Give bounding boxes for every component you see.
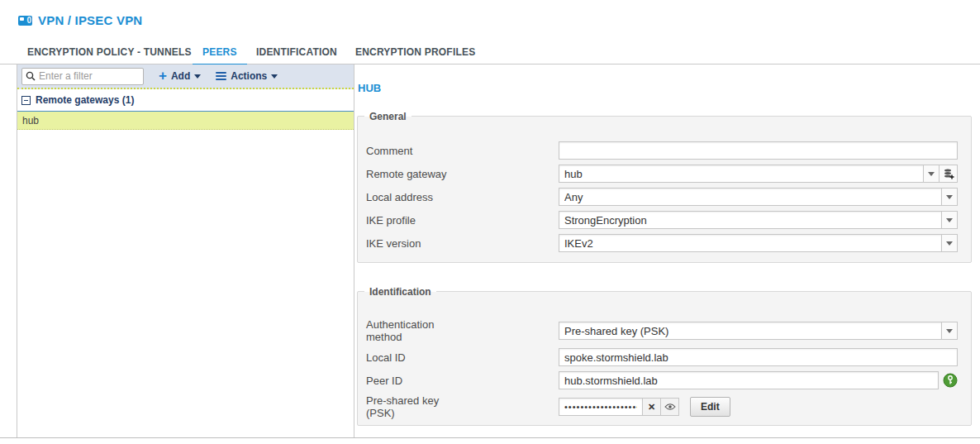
auth-method-combo xyxy=(559,322,958,340)
auth-method-row: Authentication method xyxy=(366,318,958,343)
chevron-down-icon xyxy=(946,241,953,246)
tab-encryption-policy-tunnels[interactable]: ENCRYPTION POLICY - TUNNELS xyxy=(27,46,192,64)
chevron-down-icon xyxy=(194,74,201,79)
remote-gateway-combo xyxy=(559,165,958,183)
tab-peers[interactable]: PEERS xyxy=(202,46,237,64)
psk-edit-button[interactable]: Edit xyxy=(690,397,730,417)
comment-row: Comment xyxy=(366,141,958,160)
local-address-label: Local address xyxy=(366,191,559,203)
object-stack-add-icon xyxy=(943,168,954,179)
add-button[interactable]: + Add xyxy=(159,70,201,82)
key-status-icon[interactable] xyxy=(943,373,958,388)
psk-clear-button[interactable]: ✕ xyxy=(643,398,661,416)
ike-profile-row: IKE profile xyxy=(366,211,958,229)
tree-item-hub[interactable]: hub xyxy=(17,112,354,130)
remote-gateway-row: Remote gateway xyxy=(366,165,958,183)
auth-method-input[interactable] xyxy=(559,322,941,340)
comment-label: Comment xyxy=(366,145,559,157)
vpn-module-icon xyxy=(18,16,32,26)
create-object-button[interactable] xyxy=(940,165,958,183)
local-id-label: Local ID xyxy=(366,351,559,364)
menu-icon xyxy=(216,70,226,82)
peer-id-label: Peer ID xyxy=(366,375,559,387)
ike-profile-combo xyxy=(559,211,958,229)
actions-button-label: Actions xyxy=(231,70,267,82)
chevron-down-icon xyxy=(271,74,278,79)
local-address-combo xyxy=(559,188,958,206)
ike-version-label: IKE version xyxy=(366,237,559,250)
eye-icon xyxy=(664,403,676,411)
psk-label: Pre-shared key (PSK) xyxy=(366,394,559,419)
ike-profile-dropdown-button[interactable] xyxy=(941,211,958,229)
chevron-down-icon xyxy=(928,172,935,176)
local-address-dropdown-button[interactable] xyxy=(941,188,958,206)
remote-gateway-dropdown-button[interactable] xyxy=(923,165,940,183)
tree-group-remote-gateways[interactable]: Remote gateways (1) xyxy=(17,89,354,112)
peers-toolbar: + Add Actions xyxy=(17,64,354,89)
chevron-down-icon xyxy=(946,218,953,222)
ike-version-dropdown-button[interactable] xyxy=(941,234,958,252)
identification-section: Identification Authentication method Loc… xyxy=(357,291,972,426)
actions-button[interactable]: Actions xyxy=(216,70,278,82)
filter-input[interactable] xyxy=(39,70,136,82)
close-icon: ✕ xyxy=(648,402,655,413)
local-address-input[interactable] xyxy=(559,188,941,206)
peer-detail-title: HUB xyxy=(358,82,381,94)
ike-version-combo xyxy=(559,234,958,252)
psk-row: Pre-shared key (PSK) ✕ Edit xyxy=(366,394,958,419)
tab-identification[interactable]: IDENTIFICATION xyxy=(256,46,337,64)
ike-version-row: IKE version xyxy=(366,234,958,252)
remote-gateway-input[interactable] xyxy=(559,165,923,183)
general-section: General Comment Remote gateway xyxy=(357,116,972,263)
local-address-row: Local address xyxy=(366,188,958,206)
general-section-legend: General xyxy=(364,110,412,123)
ike-profile-input[interactable] xyxy=(559,211,941,229)
auth-method-label: Authentication method xyxy=(366,318,559,343)
tree-group-label: Remote gateways (1) xyxy=(36,94,134,106)
comment-input[interactable] xyxy=(559,141,958,160)
local-id-input[interactable] xyxy=(559,348,958,366)
collapse-icon[interactable] xyxy=(21,96,31,105)
search-icon xyxy=(26,71,36,81)
psk-input[interactable] xyxy=(559,398,643,416)
psk-show-button[interactable] xyxy=(661,398,679,416)
peer-id-input[interactable] xyxy=(559,371,939,389)
peer-id-row: Peer ID xyxy=(366,371,958,389)
chevron-down-icon xyxy=(946,195,953,199)
remote-gateway-label: Remote gateway xyxy=(366,168,559,180)
auth-method-dropdown-button[interactable] xyxy=(941,322,958,340)
page-title: VPN / IPSEC VPN xyxy=(38,13,142,27)
add-button-label: Add xyxy=(171,70,190,82)
bottom-divider xyxy=(0,437,980,438)
filter-box[interactable] xyxy=(21,68,144,85)
tab-bar: ENCRYPTION POLICY - TUNNELS PEERS IDENTI… xyxy=(0,46,980,64)
peers-list-panel: + Add Actions Remote gateways (1) hub xyxy=(17,64,354,438)
chevron-down-icon xyxy=(946,329,953,333)
ike-version-input[interactable] xyxy=(559,234,941,252)
local-id-row: Local ID xyxy=(366,348,958,366)
breadcrumb: VPN / IPSEC VPN xyxy=(18,13,142,27)
ike-profile-label: IKE profile xyxy=(366,214,559,227)
plus-icon: + xyxy=(159,70,167,82)
tab-encryption-profiles[interactable]: ENCRYPTION PROFILES xyxy=(355,46,475,64)
identification-section-legend: Identification xyxy=(364,285,436,298)
